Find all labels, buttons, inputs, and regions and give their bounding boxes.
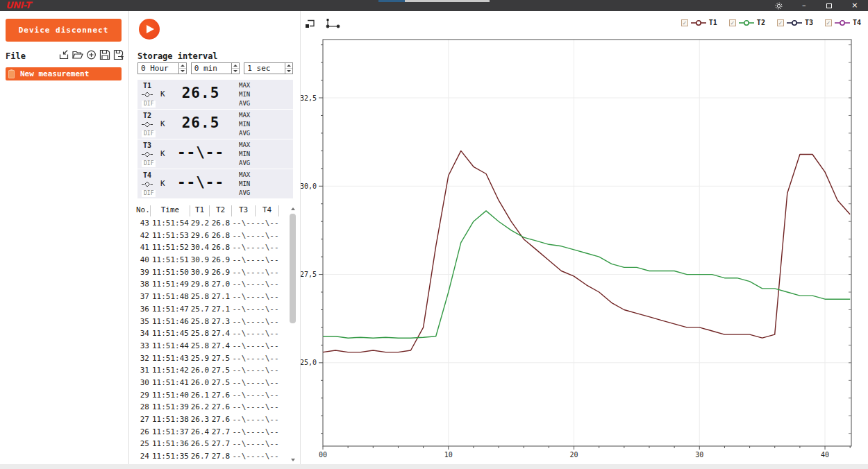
table-row[interactable]: 3111:51:4226.027.5--\----\-- (136, 364, 279, 377)
table-row[interactable]: 3311:51:4425.827.4--\----\-- (136, 340, 279, 352)
storage-sec-spinner[interactable]: 1 sec (244, 62, 293, 74)
minimize-button[interactable]: – (794, 0, 815, 11)
table-row[interactable]: 4011:51:5130.926.9--\----\-- (136, 254, 279, 266)
stat-min[interactable]: MIN (239, 90, 250, 99)
table-cell: 43 (136, 217, 151, 230)
table-cell: --\-- (256, 254, 279, 266)
progress-done (378, 0, 405, 2)
table-cell: 27.8 (210, 450, 232, 463)
table-header-cell[interactable]: T2 (210, 205, 232, 216)
stat-max[interactable]: MAX (239, 111, 250, 120)
table-row[interactable]: 4311:51:5429.226.8--\----\-- (136, 217, 279, 230)
stat-min[interactable]: MIN (239, 150, 250, 159)
add-icon[interactable] (85, 49, 97, 61)
table-cell: 11:51:44 (151, 340, 190, 352)
storage-hour-value: 0 Hour (138, 63, 178, 74)
device-disconnect-button[interactable]: Device disconnect (6, 19, 122, 42)
dif-badge[interactable]: DIF (142, 190, 156, 197)
table-row[interactable]: 3811:51:4929.827.0--\----\-- (136, 278, 279, 291)
table-row[interactable]: 3211:51:4325.927.5--\----\-- (136, 352, 279, 365)
table-row[interactable]: 2511:51:3626.527.7--\----\-- (136, 438, 279, 450)
close-button[interactable]: × (844, 0, 865, 11)
table-row[interactable]: 3711:51:4825.827.1--\----\-- (136, 291, 279, 303)
stat-max[interactable]: MAX (239, 141, 250, 150)
table-cell: 26.4 (190, 426, 210, 438)
scrollbar-thumb[interactable] (290, 214, 296, 323)
spin-buttons[interactable] (178, 63, 186, 74)
table-row[interactable]: 3411:51:4525.827.4--\----\-- (136, 327, 279, 340)
table-cell: --\-- (232, 426, 256, 438)
table-cell: 34 (136, 327, 151, 340)
table-header: No.TimeT1T2T3T4 (136, 205, 281, 216)
table-row[interactable]: 2711:51:3826.327.6--\----\-- (136, 413, 279, 426)
export-icon[interactable] (112, 49, 125, 61)
gear-icon (774, 1, 783, 10)
dif-badge[interactable]: DIF (142, 101, 156, 108)
spin-buttons[interactable] (231, 63, 239, 74)
storage-min-value: 0 min (192, 63, 232, 74)
table-row[interactable]: 3511:51:4625.827.3--\----\-- (136, 316, 279, 328)
start-logging-button[interactable] (139, 19, 160, 40)
stat-avg[interactable]: AVG (239, 189, 250, 198)
stat-min[interactable]: MIN (239, 180, 250, 189)
channel-panel-t1: T1 DIF K 26.5 MAX MIN AVG (137, 80, 293, 109)
scroll-down-icon[interactable] (290, 457, 297, 463)
table-row[interactable]: 2811:51:3926.227.6--\----\-- (136, 401, 279, 413)
plot-border (323, 40, 851, 446)
table-header-cell[interactable]: No. (136, 205, 151, 216)
table-row[interactable]: 3611:51:4725.727.1--\----\-- (136, 303, 279, 316)
table-cell: 27.6 (210, 401, 232, 413)
stat-avg[interactable]: AVG (239, 129, 250, 138)
open-folder-icon[interactable] (72, 49, 84, 61)
table-row[interactable]: 3911:51:5030.926.9--\----\-- (136, 266, 279, 279)
stat-max[interactable]: MAX (239, 171, 250, 180)
dif-badge[interactable]: DIF (142, 160, 156, 167)
stat-avg[interactable]: AVG (239, 159, 250, 168)
table-row[interactable]: 2911:51:4026.127.6--\----\-- (136, 389, 279, 402)
storage-hour-spinner[interactable]: 0 Hour (137, 62, 187, 74)
table-row[interactable]: 3011:51:4126.027.5--\----\-- (136, 377, 279, 389)
new-measurement-item[interactable]: New measurement (6, 67, 122, 80)
scroll-up-icon[interactable] (290, 205, 297, 212)
table-row[interactable]: 4111:51:5230.426.8--\----\-- (136, 241, 279, 254)
table-cell: 11:51:41 (151, 377, 190, 389)
spin-buttons[interactable] (285, 63, 292, 74)
table-cell: --\-- (232, 327, 256, 340)
table-cell: 25.7 (190, 303, 210, 316)
storage-min-spinner[interactable]: 0 min (191, 62, 240, 74)
table-row[interactable]: 2411:51:3526.727.8--\----\-- (136, 450, 279, 463)
stat-avg[interactable]: AVG (239, 99, 250, 108)
table-cell: --\-- (232, 377, 256, 389)
import-icon[interactable] (58, 49, 70, 61)
thermocouple-icon (142, 181, 153, 187)
temperature-chart[interactable]: 25,027,530,032,50010203040 (301, 11, 868, 465)
channel-label: T3 (143, 142, 151, 149)
table-cell: --\-- (256, 278, 279, 291)
table-cell: --\-- (256, 230, 279, 242)
table-cell: 25 (136, 438, 151, 450)
table-cell: --\-- (256, 352, 279, 365)
table-cell: 25.8 (190, 327, 210, 340)
table-cell: 30.4 (190, 241, 210, 254)
maximize-button[interactable] (819, 0, 840, 11)
table-cell: 26.8 (210, 230, 232, 242)
data-table: No.TimeT1T2T3T4 4311:51:5429.226.8--\---… (136, 205, 281, 216)
table-header-cell[interactable]: T3 (232, 205, 256, 216)
channel-panel-t2: T2 DIF K 26.5 MAX MIN AVG (137, 110, 293, 139)
table-cell: --\-- (256, 426, 279, 438)
save-icon[interactable] (99, 49, 111, 61)
table-row[interactable]: 4211:51:5329.626.8--\----\-- (136, 230, 279, 242)
storage-sec-value: 1 sec (244, 63, 285, 74)
table-header-cell[interactable]: T1 (190, 205, 210, 216)
window-footer (0, 464, 868, 469)
table-cell: 11:51:49 (151, 278, 190, 291)
stat-min[interactable]: MIN (239, 120, 250, 129)
table-header-cell[interactable]: T4 (256, 205, 279, 216)
table-row[interactable]: 2611:51:3726.427.7--\----\-- (136, 426, 279, 438)
table-header-cell[interactable]: Time (151, 205, 190, 216)
table-scrollbar[interactable] (288, 205, 298, 463)
dif-badge[interactable]: DIF (142, 130, 156, 137)
settings-button[interactable] (768, 0, 789, 11)
stat-max[interactable]: MAX (239, 81, 250, 90)
table-cell: 40 (136, 254, 151, 266)
